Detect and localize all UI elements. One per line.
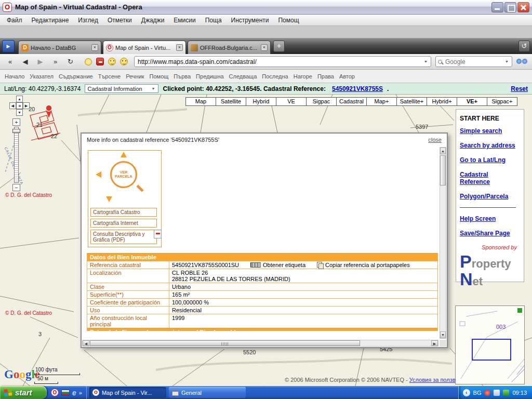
linkbar-item[interactable]: Последна (262, 73, 288, 79)
satellite-button[interactable]: Satellite (216, 97, 246, 106)
obtener-etiqueta-link[interactable]: Obtener etiqueta (263, 262, 305, 268)
menu-item-help[interactable]: Помощ (273, 16, 303, 25)
ve-button[interactable]: VE (276, 97, 307, 106)
pan-center-icon[interactable] (16, 102, 23, 109)
help-screen-link[interactable]: Help Screen (460, 215, 520, 222)
red-badge-icon[interactable] (96, 58, 104, 65)
menu-item-widgets[interactable]: Джаджи (137, 16, 169, 25)
sigpac-plus-button[interactable]: Sigpac+ (487, 97, 517, 106)
quicklaunch-overflow-icon[interactable]: » (79, 390, 82, 396)
linkbar-item[interactable]: Права (317, 73, 334, 79)
tab-databg[interactable]: D Начало - DataBG × (18, 41, 101, 54)
tab-offroad[interactable]: OFFRoad-Bulgaria.c... × (188, 41, 271, 54)
modal-vertical-scrollbar[interactable]: ▲ ▼ (440, 147, 446, 339)
opera-quicklaunch-icon[interactable]: O (51, 389, 59, 396)
zoom-slider-track[interactable] (14, 127, 19, 183)
ver-parcela-button[interactable]: VER PARCELA (90, 153, 159, 206)
window-maximize-button[interactable] (504, 2, 516, 12)
scroll-left-icon[interactable]: ◀ (83, 340, 89, 346)
smiley-icon-1[interactable] (108, 58, 116, 65)
pdf-icon[interactable] (154, 230, 162, 238)
consulta-pdf-button[interactable]: Consulta Descriptiva y Gráfica (PDF) (90, 230, 157, 244)
linkbar-item[interactable]: Начало (5, 73, 24, 79)
linkbar-item[interactable]: Нагоре (294, 73, 312, 79)
barcode-icon[interactable] (250, 262, 261, 268)
tray-collapse-icon[interactable]: ‹ (463, 389, 470, 396)
scroll-right-icon[interactable]: ▶ (431, 340, 438, 346)
cartografia-catastro-button[interactable]: Cartografía Catastro (90, 208, 157, 217)
modal-horizontal-scrollbar[interactable]: ◀ ▶ (82, 340, 438, 347)
scroll-up-icon[interactable]: ▲ (440, 148, 446, 154)
language-indicator[interactable]: BG (473, 390, 482, 396)
menu-item-mail[interactable]: Поща (201, 16, 227, 25)
search-input[interactable] (444, 58, 504, 66)
closed-tabs-icon[interactable]: ↺ (518, 41, 530, 52)
linkbar-item[interactable]: Следваща (229, 73, 257, 79)
linkbar-item[interactable]: Предишна (196, 73, 223, 79)
map-button[interactable]: Map (185, 97, 216, 106)
ve-plus-button[interactable]: VE+ (457, 97, 487, 106)
window-close-button[interactable] (517, 2, 529, 12)
sigpac-button[interactable]: Sigpac (306, 97, 337, 106)
hybrid-plus-button[interactable]: Hybrid+ (427, 97, 457, 106)
linkbar-item[interactable]: Указател (30, 73, 54, 79)
linkbar-item[interactable]: Помощ (150, 73, 169, 79)
back-icon[interactable]: ◀ (18, 56, 32, 68)
new-tab-button[interactable]: + (273, 41, 285, 52)
pan-left-icon[interactable]: ◀ (9, 102, 16, 109)
tab-close-icon[interactable]: × (91, 44, 98, 51)
lightbulb-icon[interactable] (85, 58, 92, 65)
overview-map[interactable]: 003 (455, 305, 525, 384)
menu-item-bookmarks[interactable]: Отметки (103, 16, 137, 25)
cadastral-info-select[interactable]: Cadastral Information ▼ (85, 84, 158, 93)
linkbar-item[interactable]: Първа (174, 73, 191, 79)
horizontal-scroll-thumb[interactable] (90, 340, 360, 346)
copiar-referencia-link[interactable]: Copiar referencia al portapapeles (325, 262, 410, 268)
smiley-icon-2[interactable] (120, 58, 128, 65)
linkbar-item[interactable]: Автор (339, 73, 355, 79)
map-plus-button[interactable]: Map+ (366, 97, 397, 106)
map-canvas[interactable]: CALLE DEL MANZA 20 21 22 5397 5520 5425 … (0, 95, 532, 386)
linkbar-item[interactable]: Търсене (98, 73, 121, 79)
menu-item-tools[interactable]: Инструменти (227, 16, 274, 25)
linkbar-item[interactable]: Съдържание (59, 73, 93, 79)
panel-toggle-icon[interactable]: ▶ (2, 40, 15, 52)
zoom-in-button[interactable]: + (12, 118, 20, 126)
tab-map-of-spain[interactable]: O Map of Spain - Virtu... × (103, 41, 186, 54)
go-icon[interactable] (516, 58, 528, 65)
pan-right-icon[interactable]: ▶ (23, 102, 30, 109)
menu-item-feeds[interactable]: Емисии (169, 16, 200, 25)
tray-icon-3[interactable] (503, 390, 509, 396)
taskbar-button-opera[interactable]: O Map of Spain - Vir... (89, 387, 166, 398)
cadastral-reference-link[interactable]: Cadastral Reference (460, 171, 520, 185)
simple-search-link[interactable]: Simple search (460, 127, 520, 135)
address-input[interactable] (137, 58, 423, 66)
modal-close-link[interactable]: close (428, 137, 442, 143)
cartografia-internet-button[interactable]: Cartografía Internet (90, 219, 157, 228)
vertical-scroll-thumb[interactable] (440, 155, 446, 185)
polygon-parcela-link[interactable]: Polygon/Parcela (460, 193, 520, 200)
window-minimize-button[interactable] (491, 2, 503, 12)
taskbar-button-general[interactable]: General (169, 387, 246, 398)
tray-icon-1[interactable] (484, 390, 490, 396)
start-button[interactable]: start (0, 386, 47, 399)
cadastral-button[interactable]: Cadastral (336, 97, 367, 106)
tray-icon-2[interactable] (494, 390, 500, 396)
address-dropdown-icon[interactable]: ▼ (423, 60, 429, 63)
copy-icon[interactable] (317, 262, 323, 268)
reload-icon[interactable]: ↻ (63, 56, 77, 68)
goto-latlng-link[interactable]: Go to a Lat/Lng (460, 156, 520, 164)
menu-item-view[interactable]: Изглед (73, 16, 103, 25)
zoom-slider-thumb[interactable] (12, 129, 20, 133)
fast-forward-icon[interactable]: » (48, 56, 62, 68)
menu-item-edit[interactable]: Редактиране (27, 16, 74, 25)
satellite-plus-button[interactable]: Satellite+ (396, 97, 427, 106)
pan-up-icon[interactable]: ▲ (16, 96, 23, 102)
pan-down-icon[interactable]: ▼ (16, 109, 23, 116)
scroll-down-icon[interactable]: ▼ (440, 331, 446, 338)
zoom-out-button[interactable]: − (12, 184, 20, 191)
linkbar-item[interactable]: Речник (126, 73, 144, 79)
tab-close-icon[interactable]: × (176, 44, 183, 51)
search-by-address-link[interactable]: Search by address (460, 142, 520, 149)
menu-item-file[interactable]: Файл (2, 16, 27, 25)
